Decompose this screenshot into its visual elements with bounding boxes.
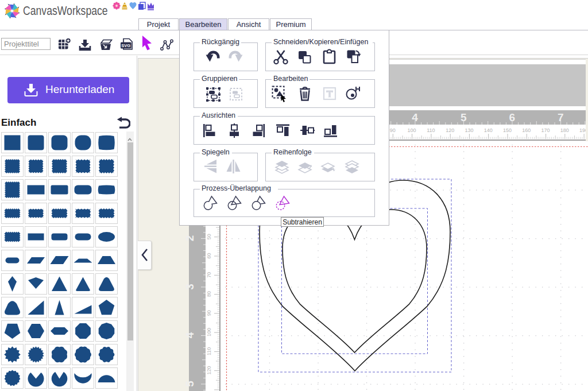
svg-text:70: 70 <box>206 272 212 278</box>
svg-text:110: 110 <box>427 127 435 133</box>
svg-text:190: 190 <box>579 127 586 133</box>
svg-text:160: 160 <box>522 127 531 133</box>
svg-text:130: 130 <box>465 127 473 133</box>
svg-text:150: 150 <box>503 127 512 133</box>
svg-text:100: 100 <box>206 328 212 336</box>
svg-text:120: 120 <box>206 366 212 375</box>
svg-text:80: 80 <box>206 291 212 297</box>
svg-text:2: 2 <box>184 235 196 242</box>
svg-text:140: 140 <box>484 127 493 133</box>
svg-text:50: 50 <box>206 234 212 239</box>
svg-text:180: 180 <box>560 127 569 133</box>
svg-text:SVG: SVG <box>121 43 130 48</box>
svg-text:5: 5 <box>184 381 196 387</box>
svg-text:120: 120 <box>446 127 454 133</box>
svg-text:60: 60 <box>206 253 212 258</box>
svg-text:100: 100 <box>408 127 416 133</box>
svg-text:110: 110 <box>206 347 212 355</box>
svg-text:3: 3 <box>184 284 196 290</box>
svg-text:90: 90 <box>390 127 396 133</box>
svg-text:170: 170 <box>541 127 550 133</box>
svg-text:90: 90 <box>206 310 212 316</box>
svg-text:4: 4 <box>184 332 196 338</box>
